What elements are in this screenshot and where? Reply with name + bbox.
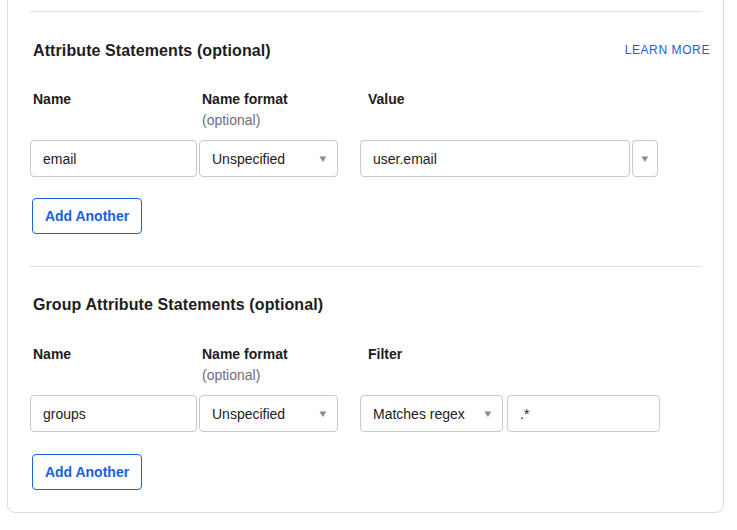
column-header-value: Value — [368, 91, 405, 107]
column-header-name-format: Name format — [202, 346, 288, 362]
chevron-down-icon: ▾ — [320, 153, 327, 164]
chevron-down-icon: ▾ — [320, 408, 327, 419]
group-filter-type-select[interactable]: Matches regex ▾ — [360, 395, 503, 432]
column-header-optional-note: (optional) — [202, 112, 260, 128]
settings-card — [7, 0, 724, 513]
chevron-down-icon: ▾ — [485, 408, 492, 419]
attribute-statements-title: Attribute Statements (optional) — [33, 42, 271, 60]
selected-name-format-value: Unspecified — [212, 406, 285, 422]
attribute-name-input[interactable] — [30, 140, 197, 177]
group-attribute-name-input[interactable] — [30, 395, 197, 432]
column-header-optional-note: (optional) — [202, 367, 260, 383]
attribute-value-dropdown-button[interactable]: ▾ — [632, 140, 658, 177]
column-header-name: Name — [33, 91, 71, 107]
add-another-group-attribute-button[interactable]: Add Another — [32, 454, 142, 490]
column-header-name-format: Name format — [202, 91, 288, 107]
add-another-attribute-button[interactable]: Add Another — [32, 198, 142, 234]
group-filter-value-input[interactable] — [507, 395, 660, 432]
learn-more-link[interactable]: LEARN MORE — [625, 43, 710, 57]
group-attribute-statements-title: Group Attribute Statements (optional) — [33, 296, 323, 314]
group-attribute-name-format-select[interactable]: Unspecified ▾ — [199, 395, 338, 432]
selected-filter-type-value: Matches regex — [373, 406, 465, 422]
section-divider-top — [30, 11, 702, 12]
column-header-filter: Filter — [368, 346, 402, 362]
chevron-down-icon: ▾ — [642, 153, 649, 164]
column-header-name: Name — [33, 346, 71, 362]
attribute-name-format-select[interactable]: Unspecified ▾ — [199, 140, 338, 177]
attribute-value-input[interactable] — [360, 140, 630, 177]
selected-name-format-value: Unspecified — [212, 151, 285, 167]
section-divider-middle — [30, 266, 702, 267]
